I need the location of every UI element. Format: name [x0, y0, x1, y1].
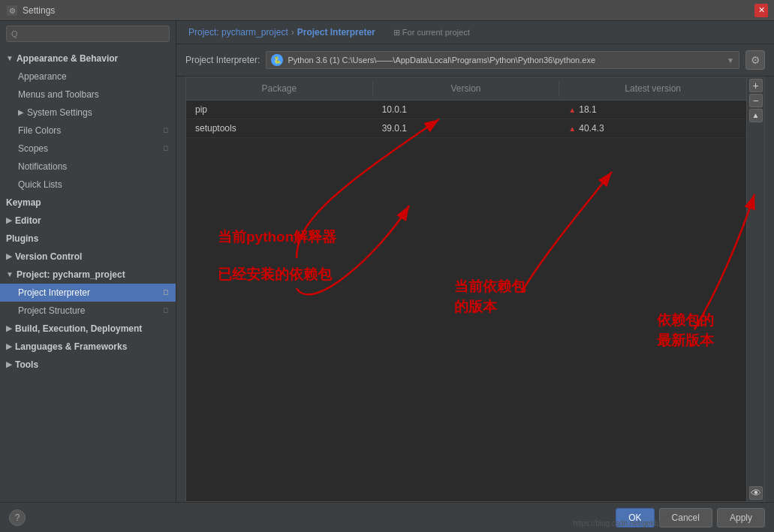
package-latest: ▲ 18.1	[559, 101, 746, 119]
sidebar-item-build-execution[interactable]: ▶ Build, Execution, Deployment	[0, 320, 176, 338]
sidebar-item-project-interpreter[interactable]: Project Interpreter 🗋	[0, 284, 176, 302]
expand-arrow: ▶	[18, 106, 24, 119]
breadcrumb-page: Project Interpreter	[297, 27, 375, 38]
table-body: pip 10.0.1 ▲ 18.1 setuptools 39.0.1	[186, 101, 764, 501]
table-row: setuptools 39.0.1 ▲ 40.4.3	[186, 119, 764, 138]
sidebar-item-menus-toolbars[interactable]: Menus and Toolbars	[0, 86, 176, 104]
sidebar-item-version-control[interactable]: ▶ Version Control	[0, 248, 176, 266]
for-current-project: ⊞ For current project	[393, 28, 470, 38]
search-icon: Q	[11, 29, 18, 38]
sidebar: Q ▼ Appearance & Behavior Appearance Men…	[0, 21, 176, 502]
sidebar-item-project-structure[interactable]: Project Structure 🗋	[0, 302, 176, 320]
sidebar-item-file-colors[interactable]: File Colors 🗋	[0, 122, 176, 140]
breadcrumb-separator: ›	[291, 27, 294, 38]
interpreter-gear-button[interactable]: ⚙	[745, 50, 765, 70]
page-icon: 🗋	[162, 304, 170, 317]
dropdown-arrow-icon: ▼	[727, 56, 734, 65]
interpreter-path: Python 3.6 (1) C:\Users\——\AppData\Local…	[288, 56, 724, 65]
table-header: Package Version Latest version	[186, 77, 764, 101]
package-name: pip	[186, 101, 373, 119]
title-bar: ⚙ Settings ✕	[0, 0, 774, 21]
collapse-arrow: ▼	[6, 268, 14, 281]
table-side-buttons: + − ▲ 👁	[746, 77, 764, 501]
package-latest: ▲ 40.4.3	[559, 119, 746, 137]
python-icon: 🐍	[271, 54, 283, 66]
svg-text:⚙: ⚙	[9, 7, 16, 15]
package-version: 39.0.1	[373, 119, 560, 137]
table-row: pip 10.0.1 ▲ 18.1	[186, 101, 764, 119]
remove-package-button[interactable]: −	[749, 94, 763, 107]
interpreter-row: Project Interpreter: 🐍 Python 3.6 (1) C:…	[176, 44, 774, 77]
main-content: Project: pycharm_project › Project Inter…	[176, 21, 774, 502]
expand-arrow: ▶	[6, 250, 12, 263]
sidebar-item-plugins[interactable]: Plugins	[0, 230, 176, 248]
packages-table: Package Version Latest version pip 10.0.…	[185, 77, 765, 502]
sidebar-item-editor[interactable]: ▶ Editor	[0, 212, 176, 230]
col-header-package: Package	[186, 80, 373, 97]
show-all-button[interactable]: 👁	[749, 486, 763, 500]
search-input[interactable]	[21, 29, 164, 39]
col-header-latest: Latest version	[559, 80, 746, 97]
interpreter-select[interactable]: 🐍 Python 3.6 (1) C:\Users\——\AppData\Loc…	[266, 51, 739, 69]
settings-body: Q ▼ Appearance & Behavior Appearance Men…	[0, 21, 774, 502]
search-box[interactable]: Q	[6, 26, 170, 42]
breadcrumb-project: Project: pycharm_project	[188, 27, 288, 38]
expand-arrow: ▶	[6, 358, 12, 371]
page-icon: 🗋	[162, 142, 170, 155]
package-version: 10.0.1	[373, 101, 560, 119]
collapse-arrow: ▼	[6, 52, 14, 65]
package-name: setuptools	[186, 119, 373, 137]
scroll-up-button[interactable]: ▲	[749, 109, 763, 122]
upgrade-arrow-icon: ▲	[568, 106, 576, 114]
close-button[interactable]: ✕	[754, 4, 768, 17]
app-icon: ⚙	[6, 5, 18, 17]
table-container: Package Version Latest version pip 10.0.…	[185, 77, 765, 502]
sidebar-item-appearance-behavior[interactable]: ▼ Appearance & Behavior	[0, 50, 176, 68]
sidebar-item-languages-frameworks[interactable]: ▶ Languages & Frameworks	[0, 338, 176, 356]
sidebar-item-tools[interactable]: ▶ Tools	[0, 356, 176, 374]
col-header-version: Version	[373, 80, 560, 97]
page-icon: 🗋	[162, 286, 170, 299]
bottom-bar: ? OK Cancel Apply https://blog.csdn.net/…	[0, 502, 774, 532]
bottom-link: https://blog.csdn.net/gelduoe	[573, 519, 669, 527]
sidebar-item-keymap[interactable]: Keymap	[0, 194, 176, 212]
settings-window: Q ▼ Appearance & Behavior Appearance Men…	[0, 21, 774, 532]
help-button[interactable]: ?	[9, 509, 26, 526]
sidebar-item-notifications[interactable]: Notifications	[0, 158, 176, 176]
window-title: Settings	[23, 5, 754, 16]
interpreter-label: Project Interpreter:	[185, 55, 260, 65]
gear-icon: ⚙	[751, 54, 760, 66]
page-icon: 🗋	[162, 124, 170, 137]
sidebar-item-appearance[interactable]: Appearance	[0, 68, 176, 86]
sidebar-item-quick-lists[interactable]: Quick Lists	[0, 176, 176, 194]
sidebar-item-scopes[interactable]: Scopes 🗋	[0, 140, 176, 158]
upgrade-arrow-icon: ▲	[568, 125, 576, 133]
expand-arrow: ▶	[6, 322, 12, 335]
sidebar-tree: ▼ Appearance & Behavior Appearance Menus…	[0, 47, 176, 502]
sidebar-item-project[interactable]: ▼ Project: pycharm_project	[0, 266, 176, 284]
breadcrumb: Project: pycharm_project › Project Inter…	[176, 21, 774, 44]
sidebar-item-system-settings[interactable]: ▶ System Settings	[0, 104, 176, 122]
expand-arrow: ▶	[6, 340, 12, 353]
content-wrapper: Project Interpreter: 🐍 Python 3.6 (1) C:…	[176, 44, 774, 502]
add-package-button[interactable]: +	[749, 79, 763, 92]
expand-arrow: ▶	[6, 214, 12, 227]
apply-button[interactable]: Apply	[717, 508, 765, 527]
